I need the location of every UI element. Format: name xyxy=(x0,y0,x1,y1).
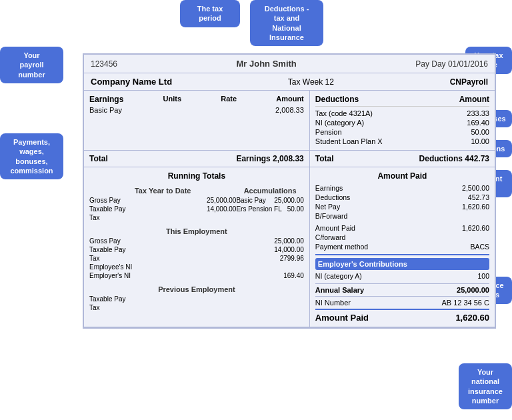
deduction-ni-amount: 169.40 xyxy=(467,119,489,127)
main-container: Your payroll number The tax period Deduc… xyxy=(0,0,512,382)
cn-payroll: CNPayroll xyxy=(450,77,488,87)
deductions-total: Total Deductions 442.73 xyxy=(310,151,495,167)
company-row: Company Name Ltd Tax Week 12 CNPayroll xyxy=(84,73,495,91)
deduction-tax-label: Tax (code 4321A) xyxy=(315,109,373,117)
emp-employee-ni: Employee's NI xyxy=(89,263,304,271)
annual-salary-row: Annual Salary 25,000.00 xyxy=(315,286,489,294)
running-totals-grid: Tax Year to Date Gross Pay 25,000.00 Tax… xyxy=(89,184,304,222)
callout-payments: Payments, wages, bonuses, commission xyxy=(0,133,63,179)
amount-paid-section: Amount Paid Earnings 2,500.00 Deductions… xyxy=(310,167,495,327)
accumulations-column: Accumulations Basic Pay 25,000.00 Ers Pe… xyxy=(236,184,303,222)
ap-payment-method: Payment method BACS xyxy=(315,242,489,251)
callout-deductions: Deductions - tax and National Insurance xyxy=(250,0,323,46)
callout-tax-period: The tax period xyxy=(180,0,240,27)
deduction-ni: NI (category A) 169.40 xyxy=(315,118,489,127)
ytd-tax: Tax xyxy=(89,213,236,222)
mid-section: Earnings Units Rate Amount Basic Pay 2,0… xyxy=(84,91,495,151)
deduction-ni-label: NI (category A) xyxy=(315,119,364,127)
employer-contrib-box: Employer's Contributions NI (category A)… xyxy=(315,254,489,281)
earnings-title: Earnings xyxy=(89,95,123,104)
ytd-taxable-value: 14,000.00 xyxy=(207,205,237,213)
deduction-pension-label: Pension xyxy=(315,128,342,136)
running-totals: Running Totals Tax Year to Date Gross Pa… xyxy=(84,167,310,327)
ytd-label: Tax Year to Date xyxy=(89,187,236,195)
deduction-student-loan: Student Loan Plan X 10.00 xyxy=(315,137,489,146)
earnings-total: Total Earnings 2,008.33 xyxy=(84,151,310,167)
ni-number-value: AB 12 34 56 C xyxy=(441,299,489,307)
callout-payroll: Your payroll number xyxy=(0,47,63,83)
payroll-number: 123456 xyxy=(91,59,117,69)
deduction-student-loan-amount: 10.00 xyxy=(471,137,489,145)
this-employment-label: This Employment xyxy=(89,227,304,235)
callout-ni-number: Your national insurance number xyxy=(459,363,512,409)
accum-basic-label: Basic Pay xyxy=(236,197,265,204)
basic-pay-amount: 2,008.33 xyxy=(275,106,304,114)
emp-tax: Tax 2799.96 xyxy=(89,254,304,263)
earnings-total-label: Total xyxy=(89,154,108,163)
deductions-column: Deductions Amount Tax (code 4321A) 233.3… xyxy=(310,91,495,150)
earnings-column: Earnings Units Rate Amount Basic Pay 2,0… xyxy=(84,91,310,150)
ytd-gross-label: Gross Pay xyxy=(89,197,121,204)
deductions-total-value: Deductions 442.73 xyxy=(419,154,489,163)
accum-basic-pay: Basic Pay 25,000.00 xyxy=(236,196,303,205)
prev-taxable: Taxable Pay xyxy=(89,295,304,303)
totals-row: Total Earnings 2,008.33 Total Deductions… xyxy=(84,151,495,167)
ap-deductions: Deductions 452.73 xyxy=(315,193,489,202)
deductions-total-label: Total xyxy=(315,154,334,163)
amount-paid-final-box: Amount Paid 1,620.60 xyxy=(315,309,489,323)
running-totals-title: Running Totals xyxy=(89,171,304,181)
ap-cforward: C/forward xyxy=(315,233,489,242)
emp-taxable: Taxable Pay 14,000.00 xyxy=(89,245,304,254)
accum-pension-value: 50.00 xyxy=(287,205,304,213)
col-rate: Rate xyxy=(221,95,237,104)
col-amount: Amount xyxy=(276,95,304,104)
running-totals-section: Running Totals Tax Year to Date Gross Pa… xyxy=(84,167,495,327)
earnings-item-basic-pay: Basic Pay 2,008.33 xyxy=(89,105,304,115)
deduction-tax-amount: 233.33 xyxy=(467,109,489,117)
ap-earnings: Earnings 2,500.00 xyxy=(315,183,489,193)
deduction-pension: Pension 50.00 xyxy=(315,127,489,137)
emp-employer-ni: Employer's NI 169.40 xyxy=(89,271,304,280)
emp-gross: Gross Pay 25,000.00 xyxy=(89,237,304,245)
ytd-gross-value: 25,000.00 xyxy=(207,197,237,204)
ytd-gross-pay: Gross Pay 25,000.00 xyxy=(89,196,236,205)
ap-net-pay: Net Pay 1,620.60 xyxy=(315,202,489,211)
ec-ni: NI (category A) 100 xyxy=(315,271,489,281)
annual-salary-box: Annual Salary 25,000.00 xyxy=(315,283,489,294)
earnings-total-value: Earnings 2,008.33 xyxy=(236,154,303,163)
payslip: 123456 Mr John Smith Pay Day 01/01/2016 … xyxy=(83,53,496,329)
accum-pension-label: Ers Pension FL xyxy=(236,205,281,213)
deductions-title: Deductions xyxy=(315,95,359,104)
earnings-headers: Earnings Units Rate Amount xyxy=(89,95,304,104)
ap-amount-paid: Amount Paid 1,620.60 xyxy=(315,223,489,233)
tax-week: Tax Week 12 xyxy=(288,77,334,87)
deductions-col-amount: Amount xyxy=(459,95,489,104)
employer-contrib-title: Employer's Contributions xyxy=(315,258,489,270)
header-row: 123456 Mr John Smith Pay Day 01/01/2016 xyxy=(84,55,495,73)
ni-number-box: NI Number AB 12 34 56 C xyxy=(315,296,489,307)
amount-paid-final-value: 1,620.60 xyxy=(455,313,489,323)
pay-day: Pay Day 01/01/2016 xyxy=(415,59,488,69)
ytd-column: Tax Year to Date Gross Pay 25,000.00 Tax… xyxy=(89,184,236,222)
ytd-taxable-label: Taxable Pay xyxy=(89,205,125,213)
ap-bforward: B/Forward xyxy=(315,211,489,221)
deduction-tax: Tax (code 4321A) 233.33 xyxy=(315,109,489,118)
col-units: Units xyxy=(163,95,182,104)
amount-paid-final-row: Amount Paid 1,620.60 xyxy=(315,313,489,323)
deductions-header: Deductions Amount xyxy=(315,95,489,107)
ytd-tax-label: Tax xyxy=(89,214,100,221)
employee-name: Mr John Smith xyxy=(237,59,297,69)
company-name: Company Name Ltd xyxy=(91,77,172,87)
accum-label: Accumulations xyxy=(236,187,303,195)
ytd-taxable-pay: Taxable Pay 14,000.00 xyxy=(89,205,236,213)
deduction-student-loan-label: Student Loan Plan X xyxy=(315,137,383,145)
accum-basic-value: 25,000.00 xyxy=(274,197,304,204)
ni-number-row: NI Number AB 12 34 56 C xyxy=(315,299,489,307)
deduction-pension-amount: 50.00 xyxy=(471,128,489,136)
amount-paid-final-label: Amount Paid xyxy=(315,313,369,323)
prev-employment-label: Previous Employment xyxy=(89,285,304,293)
amount-paid-title: Amount Paid xyxy=(315,171,489,181)
annual-salary-value: 25,000.00 xyxy=(457,286,489,294)
accum-pension: Ers Pension FL 50.00 xyxy=(236,205,303,213)
ni-number-label: NI Number xyxy=(315,299,351,307)
